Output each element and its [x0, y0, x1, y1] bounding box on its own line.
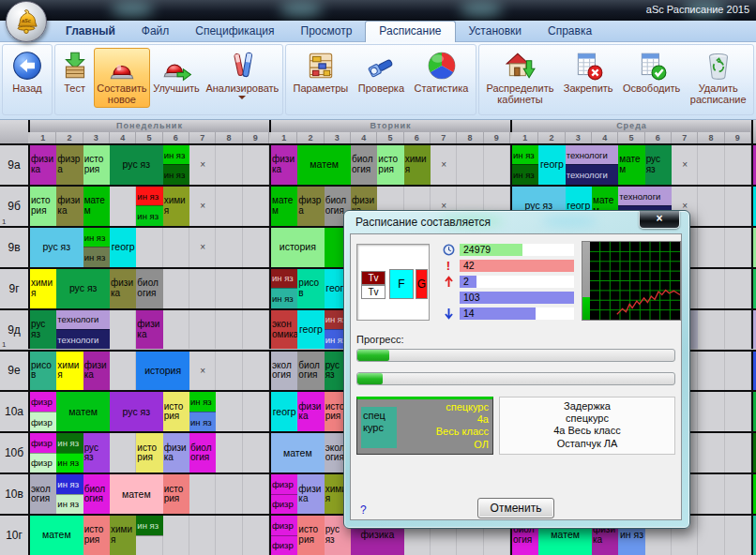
lesson-cell[interactable]: русяз [30, 310, 56, 350]
class-label[interactable]: 9в [0, 228, 28, 267]
improve-button[interactable]: Улучшить [150, 48, 203, 96]
class-label[interactable]: 10а [0, 392, 28, 431]
analyze-button[interactable]: Анализировать [203, 48, 281, 101]
lesson-cell-split[interactable]: технологитехнологи [566, 145, 619, 185]
class-label[interactable]: 9е [0, 352, 28, 391]
lesson-cell[interactable]: физика [297, 392, 324, 431]
tab-view[interactable]: Просмотр [288, 22, 366, 41]
lesson-cell[interactable]: физика [297, 474, 324, 514]
tab-specification[interactable]: Спецификация [182, 22, 287, 41]
delete-schedule-button[interactable]: Удалитьрасписание [688, 48, 749, 108]
lesson-cell[interactable]: экология [271, 352, 297, 391]
lesson-cell-split[interactable]: физрфизр [271, 516, 297, 555]
lesson-cell[interactable]: биология [136, 269, 162, 308]
lesson-cell[interactable]: матем [297, 145, 351, 185]
parameters-button[interactable]: Параметры [291, 48, 352, 96]
lesson-cell[interactable]: физика [110, 269, 136, 308]
lesson-cell[interactable]: физика [136, 310, 162, 350]
lesson-cell[interactable]: физика [56, 187, 83, 226]
close-icon[interactable]: × [639, 211, 680, 229]
lesson-cell[interactable]: рус яз [110, 145, 163, 185]
lesson-cell[interactable]: экономика [271, 310, 297, 350]
asc-bell-logo-icon[interactable]: aSc [6, 1, 47, 42]
lesson-cell-split[interactable]: ин язин яз [271, 269, 297, 308]
test-button[interactable]: Тест [56, 48, 94, 96]
lesson-cell[interactable]: физика [163, 433, 189, 472]
lesson-cell[interactable]: история [271, 228, 325, 267]
tab-main[interactable]: Главный [53, 22, 129, 41]
class-label[interactable]: 9д1 [0, 310, 28, 350]
lesson-cell[interactable]: история [83, 145, 110, 185]
lesson-cell[interactable]: химия [404, 145, 431, 185]
lesson-cell[interactable]: история [377, 145, 403, 185]
lesson-cell[interactable]: химия [110, 516, 136, 555]
lesson-cell[interactable]: история [136, 433, 162, 472]
lesson-cell[interactable]: физра [297, 187, 324, 226]
lesson-cell[interactable]: биология [351, 145, 377, 185]
lesson-cell[interactable]: химия [163, 187, 189, 226]
lesson-cell[interactable]: рисов [297, 269, 324, 308]
lesson-cell-split[interactable]: физрфизр [271, 474, 297, 514]
lesson-cell-split[interactable]: ин язин яз [56, 474, 83, 514]
lesson-cell[interactable]: история [297, 516, 324, 555]
class-label[interactable]: 10в [0, 474, 28, 514]
lesson-cell[interactable]: история [163, 392, 189, 431]
lesson-cell-split[interactable]: ин язин яз [136, 187, 162, 226]
lesson-cell[interactable]: история [136, 352, 189, 391]
tab-file[interactable]: Файл [129, 22, 183, 41]
class-label[interactable]: 9г [0, 269, 28, 308]
lesson-cell-split[interactable]: физрфизр [30, 433, 56, 472]
lesson-cell-split[interactable]: ин язин яз [189, 392, 216, 431]
lesson-cell-split[interactable]: ин язин яз [512, 145, 538, 185]
tab-help[interactable]: Справка [535, 22, 605, 41]
lesson-cell[interactable]: физика [30, 145, 56, 185]
class-label[interactable]: 9а [0, 145, 28, 185]
lesson-cell-split[interactable]: ин язин яз [83, 228, 110, 267]
lesson-cell[interactable]: экология [30, 474, 56, 514]
lesson-cell[interactable]: история [163, 474, 189, 514]
lesson-cell[interactable]: матем [30, 516, 83, 555]
generate-new-button[interactable]: Составитьновое [94, 48, 149, 108]
lesson-cell[interactable]: русяз [645, 145, 672, 185]
lesson-cell[interactable]: матем [271, 187, 297, 226]
tab-schedule[interactable]: Расписание [365, 21, 455, 42]
check-button[interactable]: Проверка [355, 48, 407, 96]
lesson-cell[interactable]: матем [83, 187, 110, 226]
unlock-button[interactable]: Освободить [620, 48, 683, 96]
tab-settings[interactable]: Установки [456, 22, 535, 41]
lesson-cell-split[interactable]: технологитехнологи [56, 310, 110, 350]
lesson-cell[interactable]: матем [618, 145, 644, 185]
cancel-button[interactable]: Отменить [477, 498, 554, 518]
back-button[interactable]: Назад [8, 48, 46, 96]
lesson-cell[interactable]: матем [271, 433, 325, 472]
lesson-cell[interactable]: история [83, 516, 110, 555]
lock-button[interactable]: Закрепить [561, 48, 616, 96]
lesson-cell[interactable]: история [30, 187, 56, 226]
lesson-cell-split[interactable]: ин яз [136, 516, 162, 555]
statistics-button[interactable]: Статистика [412, 48, 472, 96]
lesson-cell[interactable]: рус яз [30, 228, 83, 267]
lesson-cell[interactable]: химия [30, 269, 56, 308]
lesson-cell[interactable]: матем [110, 474, 163, 514]
lesson-cell[interactable]: геогр [110, 228, 136, 267]
lesson-cell[interactable]: физика [83, 352, 110, 391]
lesson-cell[interactable]: геогр [271, 392, 297, 431]
lesson-cell[interactable]: физра [56, 145, 83, 185]
lesson-cell[interactable]: физика [271, 145, 297, 185]
class-label[interactable]: 10б [0, 433, 28, 472]
lesson-cell[interactable]: геогр [538, 145, 565, 185]
lesson-cell[interactable]: рисов [30, 352, 56, 391]
assign-rooms-button[interactable]: Распределитькабинеты [483, 48, 556, 108]
lesson-cell[interactable]: матем [56, 392, 110, 431]
class-label[interactable]: 10г [0, 516, 28, 555]
lesson-cell[interactable]: русяз [83, 433, 110, 472]
lesson-cell-split[interactable]: ин язин яз [163, 145, 189, 185]
lesson-cell[interactable]: химия [56, 352, 83, 391]
lesson-cell[interactable]: геогр [297, 310, 324, 350]
lesson-cell-split[interactable]: ин язин яз [56, 433, 83, 472]
lesson-cell-split[interactable]: физрфизр [30, 392, 56, 431]
class-label[interactable]: 9б1 [0, 187, 28, 226]
lesson-cell[interactable]: рус яз [110, 392, 163, 431]
lesson-cell[interactable]: биология [297, 352, 324, 391]
help-link[interactable]: ? [360, 503, 367, 517]
